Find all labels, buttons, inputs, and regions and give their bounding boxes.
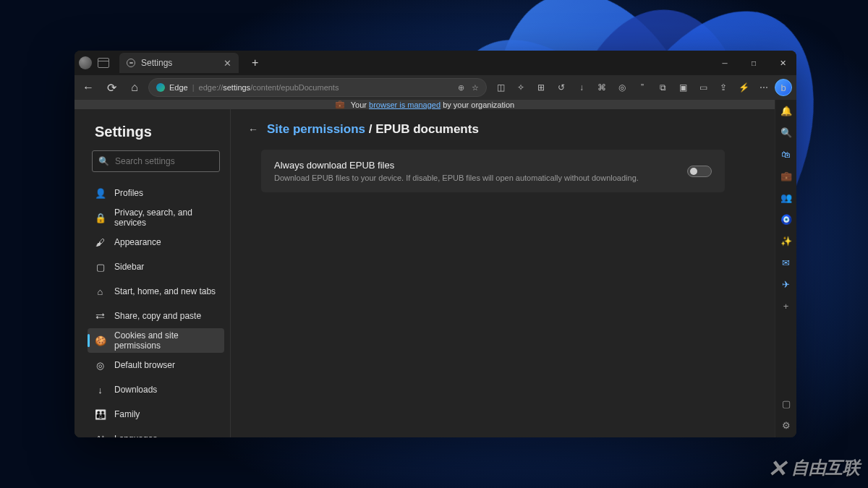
nav-item-family[interactable]: 👪Family bbox=[88, 402, 224, 427]
favorite-icon[interactable]: ☆ bbox=[472, 83, 479, 93]
nav-icon: 🍪 bbox=[95, 335, 106, 346]
sidebar-search-icon[interactable]: 🔍 bbox=[780, 126, 793, 139]
sidebar-office-icon[interactable]: 🧿 bbox=[780, 213, 793, 226]
nav-item-privacy-search-and-services[interactable]: 🔒Privacy, search, and services bbox=[88, 205, 224, 230]
edge-sidebar: 🔔 🔍 🛍 💼 👥 🧿 ✨ ✉ ✈ + ▢ ⚙ bbox=[775, 100, 796, 437]
breadcrumb: ← Site permissions / EPUB documents bbox=[248, 122, 757, 137]
collections-icon[interactable]: ⊞ bbox=[532, 78, 550, 97]
sidebar-bell-icon[interactable]: 🔔 bbox=[780, 104, 793, 117]
performance-icon[interactable]: ⚡ bbox=[734, 78, 753, 97]
new-tab-button[interactable]: + bbox=[244, 56, 265, 69]
setting-card-epub: Always download EPUB files Download EPUB… bbox=[261, 150, 725, 192]
nav-icon: ⮂ bbox=[95, 311, 106, 322]
nav-icon: ↓ bbox=[95, 385, 106, 395]
profile-avatar-icon[interactable] bbox=[79, 56, 92, 69]
close-tab-icon[interactable]: ✕ bbox=[224, 58, 231, 69]
tab-title: Settings bbox=[141, 58, 172, 68]
managed-link[interactable]: browser is managed bbox=[369, 100, 441, 109]
download-icon[interactable]: ↓ bbox=[572, 78, 591, 97]
extension-icon[interactable]: ⌘ bbox=[592, 78, 611, 97]
sidebar-settings-icon[interactable]: ⚙ bbox=[780, 419, 793, 432]
nav-label: Share, copy and paste bbox=[114, 311, 201, 321]
brand: Edge bbox=[169, 83, 188, 92]
zoom-icon[interactable]: ⊕ bbox=[458, 83, 464, 93]
nav-label: Appearance bbox=[114, 237, 161, 247]
minimize-button[interactable] bbox=[714, 53, 736, 73]
nav-icon: 👤 bbox=[95, 188, 106, 199]
sidebar-hide-icon[interactable]: ▢ bbox=[780, 397, 793, 410]
nav-item-cookies-and-site-permissions[interactable]: 🍪Cookies and site permissions bbox=[88, 328, 224, 353]
nav-label: Languages bbox=[114, 434, 157, 437]
nav-item-downloads[interactable]: ↓Downloads bbox=[88, 377, 224, 402]
sidebar-outlook-icon[interactable]: ✉ bbox=[780, 256, 793, 269]
settings-heading: Settings bbox=[95, 124, 224, 140]
apps-icon[interactable]: ⧉ bbox=[653, 78, 672, 97]
history-icon[interactable]: ↺ bbox=[552, 78, 571, 97]
nav-icon: ◎ bbox=[95, 360, 106, 371]
nav-icon: Aᵗ bbox=[95, 434, 106, 438]
nav-label: Downloads bbox=[114, 385, 157, 395]
profile-button[interactable]: b bbox=[775, 79, 792, 96]
address-bar[interactable]: Edge | edge://settings/content/epubDocum… bbox=[148, 78, 487, 97]
settings-main: ← Site permissions / EPUB documents Alwa… bbox=[230, 109, 775, 437]
toolbar: ← ⟳ ⌂ Edge | edge://settings/content/epu… bbox=[75, 75, 796, 100]
nav-icon: 👪 bbox=[95, 409, 106, 420]
settings-sidebar: Settings 🔍 👤Profiles🔒Privacy, search, an… bbox=[75, 109, 230, 437]
managed-notice: 💼 Your browser is managed by your organi… bbox=[75, 100, 775, 109]
breadcrumb-link[interactable]: Site permissions bbox=[267, 122, 365, 136]
card-title: Always download EPUB files bbox=[274, 160, 639, 171]
nav-item-appearance[interactable]: 🖌Appearance bbox=[88, 230, 224, 254]
nav-item-profiles[interactable]: 👤Profiles bbox=[88, 181, 224, 205]
nav-icon: 🖌 bbox=[95, 237, 106, 248]
sidebar-shopping-icon[interactable]: 🛍 bbox=[780, 147, 793, 160]
breadcrumb-current: EPUB documents bbox=[375, 122, 479, 136]
search-icon: 🔍 bbox=[98, 156, 109, 166]
menu-button[interactable]: ⋯ bbox=[754, 78, 773, 97]
nav-label: Cookies and site permissions bbox=[114, 330, 224, 351]
screenshot-icon[interactable]: ◎ bbox=[613, 78, 631, 97]
nav-label: Profiles bbox=[114, 188, 143, 198]
nav-item-default-browser[interactable]: ◎Default browser bbox=[88, 353, 224, 377]
search-settings[interactable]: 🔍 bbox=[92, 150, 220, 172]
nav-item-start-home-and-new-tabs[interactable]: ⌂Start, home, and new tabs bbox=[88, 279, 224, 304]
back-button[interactable]: ← bbox=[79, 78, 98, 97]
browser-window: Settings ✕ + ← ⟳ ⌂ Edge | edge://setting… bbox=[75, 51, 796, 437]
sidebar-teams-icon[interactable]: ✈ bbox=[780, 278, 793, 291]
favorites-icon[interactable]: ✧ bbox=[511, 78, 530, 97]
edge-icon bbox=[156, 83, 165, 92]
tab-settings[interactable]: Settings ✕ bbox=[119, 53, 239, 73]
gear-icon bbox=[127, 59, 135, 67]
share-icon[interactable]: ⇪ bbox=[714, 78, 733, 97]
sidebar-tools-icon[interactable]: 💼 bbox=[780, 169, 793, 182]
split-icon[interactable]: ◫ bbox=[491, 78, 510, 97]
nav-icon: ▢ bbox=[95, 262, 106, 273]
nav-label: Sidebar bbox=[114, 262, 144, 272]
search-input[interactable] bbox=[115, 156, 224, 166]
nav-icon: ⌂ bbox=[95, 286, 106, 297]
briefcase-icon: 💼 bbox=[335, 100, 345, 109]
nav-item-sidebar[interactable]: ▢Sidebar bbox=[88, 254, 224, 279]
nav-label: Start, home, and new tabs bbox=[114, 286, 216, 296]
maximize-button[interactable] bbox=[743, 53, 765, 73]
nav-label: Privacy, search, and services bbox=[114, 207, 224, 228]
titlebar: Settings ✕ + bbox=[75, 51, 796, 75]
card-description: Download EPUB files to your device. If d… bbox=[274, 174, 639, 182]
refresh-button[interactable]: ⟳ bbox=[102, 78, 121, 97]
cast-icon[interactable]: ▭ bbox=[694, 78, 712, 97]
sidebar-plus-icon[interactable]: + bbox=[780, 299, 793, 312]
home-button[interactable]: ⌂ bbox=[125, 78, 144, 97]
close-window-button[interactable] bbox=[772, 53, 793, 73]
epub-toggle[interactable] bbox=[687, 166, 712, 177]
breadcrumb-back-icon[interactable]: ← bbox=[248, 124, 258, 135]
nav-item-share-copy-and-paste[interactable]: ⮂Share, copy and paste bbox=[88, 304, 224, 328]
nav-icon: 🔒 bbox=[95, 213, 106, 223]
sidebar-games-icon[interactable]: 👥 bbox=[780, 191, 793, 204]
quote-icon[interactable]: ” bbox=[633, 78, 652, 97]
tab-actions-icon[interactable] bbox=[98, 58, 109, 68]
read-icon[interactable]: ▣ bbox=[673, 78, 692, 97]
sidebar-m365-icon[interactable]: ✨ bbox=[780, 234, 793, 247]
nav-label: Default browser bbox=[114, 360, 175, 370]
watermark: ✕ 自由互联 bbox=[767, 455, 859, 482]
nav-label: Family bbox=[114, 409, 140, 419]
nav-item-languages[interactable]: AᵗLanguages bbox=[88, 427, 224, 437]
